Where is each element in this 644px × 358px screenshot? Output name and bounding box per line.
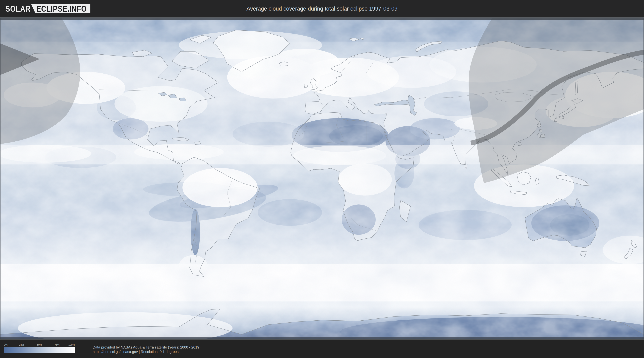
legend-tick-0: 0% xyxy=(4,343,8,346)
logo-text-eclipse-info: ECLIPSE.INFO xyxy=(31,4,90,13)
legend-tick-75: 75% xyxy=(54,343,60,346)
world-cloud-map xyxy=(0,19,644,339)
legend-tick-50: 50% xyxy=(37,343,42,346)
page-title: Average cloud coverage during total sola… xyxy=(246,0,398,17)
legend-tick-100: 100% xyxy=(68,343,75,346)
world-map-svg xyxy=(0,19,644,339)
site-logo[interactable]: SOLARECLIPSE.INFO xyxy=(5,0,90,17)
attribution-line-1: Data provided by NASAs Aqua & Terra sate… xyxy=(93,345,200,349)
attribution-line-2: https://neo.sci.gsfc.nasa.gov | Resoluti… xyxy=(93,349,200,354)
logo-text-solar: SOLAR xyxy=(5,4,30,13)
header-bar: SOLARECLIPSE.INFO Average cloud coverage… xyxy=(0,0,644,17)
footer-bar: 0% 25% 50% 75% 100% Data provided by NAS… xyxy=(0,339,644,358)
cloud-coverage-legend-gradient xyxy=(4,347,75,353)
data-attribution: Data provided by NASAs Aqua & Terra sate… xyxy=(93,345,200,354)
legend-tick-25: 25% xyxy=(19,343,24,346)
page: SOLARECLIPSE.INFO Average cloud coverage… xyxy=(0,0,644,358)
